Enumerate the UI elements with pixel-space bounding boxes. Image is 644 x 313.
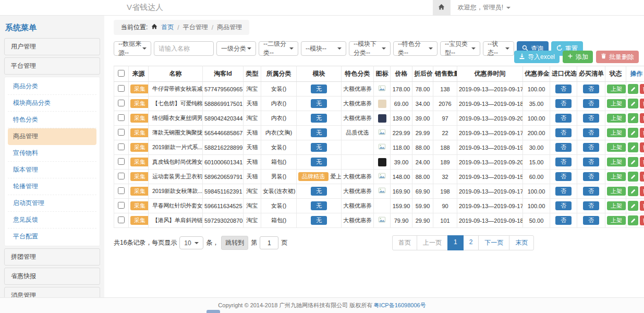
sidebar-item-模块商品分类[interactable]: 模块商品分类 xyxy=(8,95,96,112)
add-button[interactable]: 添加 xyxy=(563,51,593,63)
row-checkbox[interactable] xyxy=(118,85,125,92)
row-checkbox[interactable] xyxy=(118,158,125,165)
sidebar-item-意见反馈[interactable]: 意见反馈 xyxy=(8,212,96,228)
sidebar-item-版本管理[interactable]: 版本管理 xyxy=(8,162,96,178)
import-select-badge: 否 xyxy=(555,187,572,196)
batch-delete-button[interactable]: 批量删除 xyxy=(596,51,639,63)
cell-taoke-id: 601000601341 xyxy=(203,155,244,170)
row-checkbox[interactable] xyxy=(118,216,125,223)
breadcrumb: 当前位置: 首页 / 平台管理 / 商品管理 xyxy=(114,20,249,35)
pager-button-上一页[interactable]: 上一页 xyxy=(417,235,448,250)
pager-button-末页[interactable]: 末页 xyxy=(509,235,534,250)
delete-button[interactable] xyxy=(640,142,644,152)
edit-button[interactable] xyxy=(628,113,638,123)
delete-button[interactable] xyxy=(640,215,644,225)
cell-module: 无 xyxy=(297,82,342,97)
delete-button[interactable] xyxy=(640,113,644,123)
delete-button[interactable] xyxy=(640,186,644,196)
sidebar-item-商品管理[interactable]: 商品管理 xyxy=(8,128,96,145)
page-number-input[interactable] xyxy=(260,236,278,249)
pager-button-下一页[interactable]: 下一页 xyxy=(478,235,509,250)
records-summary-suffix: 条， xyxy=(206,238,218,247)
edit-button[interactable] xyxy=(628,128,638,138)
row-checkbox[interactable] xyxy=(118,100,125,106)
cell-actions xyxy=(626,184,644,199)
row-checkbox[interactable] xyxy=(118,129,125,136)
table-row: 采集早春网红针织外套女春...596611634525淘宝女装()无大额优惠券1… xyxy=(114,199,644,213)
cell-module: 无 xyxy=(297,126,342,140)
pager-button-首页[interactable]: 首页 xyxy=(392,235,417,250)
sidebar-item-特色分类[interactable]: 特色分类 xyxy=(8,112,96,128)
delete-button[interactable] xyxy=(640,84,644,94)
row-checkbox[interactable] xyxy=(118,143,125,150)
sidebar-item-轮播管理[interactable]: 轮播管理 xyxy=(8,178,96,195)
filter-select-模块[interactable]: --模块-- xyxy=(301,41,346,56)
delete-button[interactable] xyxy=(640,172,644,182)
table-row: 采集运动套装男士卫衣初秋...589620659791天猫男装()品牌精选爱上运… xyxy=(114,170,644,184)
edit-button[interactable] xyxy=(628,186,638,196)
cell-icon xyxy=(374,140,391,155)
filter-select-二级分类[interactable]: --二级分类-- xyxy=(259,41,298,56)
sidebar-group-拼团管理[interactable]: 拼团管理 xyxy=(4,248,100,266)
per-page-select[interactable]: 10 xyxy=(179,236,203,249)
home-button[interactable] xyxy=(433,0,451,15)
edit-button[interactable] xyxy=(628,172,638,182)
cell-icon xyxy=(374,97,391,111)
sidebar-group-省惠快报[interactable]: 省惠快报 xyxy=(4,268,100,285)
row-checkbox[interactable] xyxy=(118,173,125,179)
sidebar-item-启动页管理[interactable]: 启动页管理 xyxy=(8,195,96,212)
must-buy-badge: 否 xyxy=(583,99,599,108)
filter-select-数据来源[interactable]: --数据来源-- xyxy=(114,41,151,56)
cell-category: 内衣() xyxy=(261,97,297,111)
filter-select-特色分类[interactable]: --特色分类-- xyxy=(393,41,438,56)
filter-bar: --数据来源--一级分类--二级分类----模块----模块下分类----特色分… xyxy=(114,41,639,56)
delete-button[interactable] xyxy=(640,157,644,167)
source-badge: 采集 xyxy=(130,201,149,210)
icp-link[interactable]: 粤ICP备16098006号 xyxy=(373,302,426,309)
cell-sales: 2076 xyxy=(433,97,457,111)
import-excel-button[interactable]: 导入excel xyxy=(514,51,560,63)
cell-actions xyxy=(626,213,644,228)
edit-button[interactable] xyxy=(628,99,638,109)
cell-import-select: 否 xyxy=(550,97,577,111)
edit-button[interactable] xyxy=(628,201,638,211)
name-search-input[interactable] xyxy=(154,41,214,56)
cell-module: 无 xyxy=(297,184,342,199)
source-badge: 采集 xyxy=(130,172,149,181)
import-select-badge: 否 xyxy=(555,143,572,152)
jump-button[interactable]: 跳转到 xyxy=(221,236,248,250)
sidebar-group-消息管理[interactable]: 消息管理 xyxy=(4,287,100,297)
edit-button[interactable] xyxy=(628,142,638,152)
sidebar-item-宣传物料[interactable]: 宣传物料 xyxy=(8,145,96,162)
source-badge: 采集 xyxy=(130,158,149,166)
sidebar-group-用户管理[interactable]: 用户管理 xyxy=(4,38,100,55)
select-all-checkbox[interactable] xyxy=(118,70,125,77)
user-menu[interactable]: 欢迎您，管理员! xyxy=(458,3,511,12)
cell-icon xyxy=(374,155,391,170)
pager-button-2[interactable]: 2 xyxy=(463,235,479,250)
col-header: 操作 xyxy=(626,66,644,82)
records-summary: 共16条记录，每页显示 xyxy=(114,238,177,247)
filter-select-模块下分类[interactable]: --模块下分类-- xyxy=(349,41,391,56)
filter-select-状态[interactable]: --状态-- xyxy=(483,41,514,56)
filter-select-一级分类[interactable]: 一级分类 xyxy=(216,41,256,56)
row-checkbox[interactable] xyxy=(118,187,125,194)
delete-button[interactable] xyxy=(640,99,644,109)
row-checkbox[interactable] xyxy=(118,114,125,121)
sidebar-group-平台管理[interactable]: 平台管理 xyxy=(4,57,100,75)
delete-button[interactable] xyxy=(640,201,644,211)
sidebar-item-平台配置[interactable]: 平台配置 xyxy=(8,228,96,245)
edit-button[interactable] xyxy=(628,215,638,225)
edit-button[interactable] xyxy=(628,157,638,167)
pager-button-1[interactable]: 1 xyxy=(447,235,464,250)
edit-button[interactable] xyxy=(628,84,638,94)
filter-select-宝贝类型[interactable]: --宝贝类型-- xyxy=(440,41,480,56)
delete-button[interactable] xyxy=(640,128,644,138)
cell-discount-price: 29.99 xyxy=(412,126,433,140)
pager-buttons: 首页上一页12下一页末页 xyxy=(392,235,534,250)
sidebar-item-商品分类[interactable]: 商品分类 xyxy=(8,78,96,95)
cell-feature: 大额优惠券 xyxy=(342,82,374,97)
row-checkbox[interactable] xyxy=(118,202,125,209)
cell-name: 运动套装男士卫衣初秋... xyxy=(149,170,203,184)
breadcrumb-home-link[interactable]: 首页 xyxy=(161,23,174,32)
